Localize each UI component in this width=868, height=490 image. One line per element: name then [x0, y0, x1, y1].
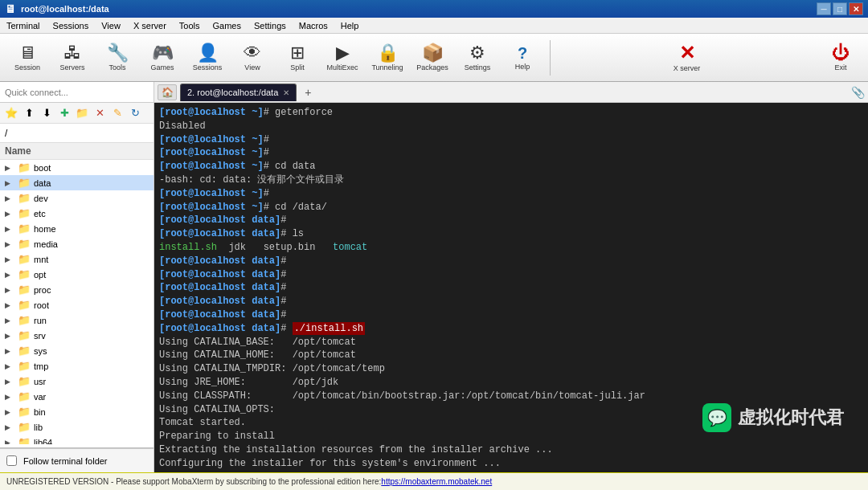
tree-item-sys[interactable]: ▶ 📁 sys	[0, 343, 154, 358]
term-line: [root@localhost ~]# cd /data/	[159, 201, 863, 214]
tree-item-label: root	[34, 300, 49, 310]
tool-tools[interactable]: 🔧 Tools	[96, 37, 138, 79]
maximize-button[interactable]: □	[833, 2, 847, 15]
minimize-button[interactable]: ─	[817, 2, 831, 15]
tree-item-mnt[interactable]: ▶ 📁 mnt	[0, 251, 154, 267]
tree-item-home[interactable]: ▶ 📁 home	[0, 221, 154, 236]
quick-connect-input[interactable]	[5, 88, 149, 97]
settings-icon: ⚙	[469, 44, 485, 62]
folder-icon: 📁	[18, 421, 31, 433]
sidebar: ⭐ ⬆ ⬇ ✚ 📁 ✕ ✎ ↻ Name ▶ 📁 boot ▶ 📁 data	[0, 82, 154, 472]
sidebar-delete-btn[interactable]: ✕	[92, 105, 108, 121]
term-line: Using CATALINA_BASE: /opt/tomcat	[159, 336, 863, 349]
terminal-content[interactable]: [root@localhost ~]# getenforce Disabled …	[154, 103, 868, 472]
tool-servers-label: Servers	[59, 63, 84, 71]
term-line-highlight: [root@localhost data]# ./install.sh	[159, 322, 863, 336]
tool-sessions[interactable]: 👤 Sessions	[186, 37, 228, 79]
menu-tools[interactable]: Tools	[173, 18, 207, 33]
status-link[interactable]: https://mobaxterm.mobatek.net	[381, 477, 492, 486]
expand-icon: ▶	[5, 347, 14, 355]
file-tree-column-name: Name	[5, 145, 31, 157]
tree-item-opt[interactable]: ▶ 📁 opt	[0, 267, 154, 282]
sidebar-search-bar[interactable]	[0, 124, 154, 143]
tree-item-etc[interactable]: ▶ 📁 etc	[0, 206, 154, 221]
menu-macros[interactable]: Macros	[293, 18, 334, 33]
file-tree-header: Name	[0, 143, 154, 160]
menu-games[interactable]: Games	[207, 18, 248, 33]
tool-xserver-label: X server	[674, 64, 701, 72]
folder-icon: 📁	[18, 360, 31, 372]
tab-home-btn[interactable]: 🏠	[158, 84, 177, 100]
title-bar-controls: ─ □ ✕	[817, 2, 863, 15]
menu-xserver[interactable]: X server	[127, 18, 173, 33]
tool-settings[interactable]: ⚙ Settings	[457, 37, 498, 79]
toolbar: 🖥 Session 🖧 Servers 🔧 Tools 🎮 Games 👤 Se…	[0, 34, 868, 82]
menu-view[interactable]: View	[95, 18, 127, 33]
tree-item-bin[interactable]: ▶ 📁 bin	[0, 404, 154, 419]
sidebar-download-btn[interactable]: ⬇	[39, 105, 55, 121]
tool-session[interactable]: 🖥 Session	[6, 37, 48, 79]
term-line: [root@localhost data]#	[159, 308, 863, 322]
tool-tunneling[interactable]: 🔒 Tunneling	[366, 37, 408, 79]
tool-games[interactable]: 🎮 Games	[141, 37, 183, 79]
tree-item-var[interactable]: ▶ 📁 var	[0, 389, 154, 404]
tree-item-label: lib	[34, 423, 43, 432]
tree-item-media[interactable]: ▶ 📁 media	[0, 236, 154, 251]
menu-terminal[interactable]: Terminal	[0, 18, 47, 33]
tool-multiexec-label: MultiExec	[326, 63, 358, 71]
sidebar-home-btn[interactable]: ⭐	[3, 105, 19, 121]
tool-settings-label: Settings	[465, 63, 491, 71]
tree-item-label: run	[34, 316, 47, 325]
status-text: UNREGISTERED VERSION - Please support Mo…	[6, 477, 381, 486]
follow-terminal-checkbox[interactable]	[6, 455, 17, 466]
sidebar-rename-btn[interactable]: ✎	[109, 105, 125, 121]
expand-icon: ▶	[5, 164, 14, 172]
term-line: [root@localhost ~]#	[159, 133, 863, 147]
tool-multiexec[interactable]: ▶ MultiExec	[321, 37, 363, 79]
tool-help-label: Help	[515, 63, 530, 71]
tool-sessions-label: Sessions	[193, 63, 223, 71]
expand-icon: ▶	[5, 210, 14, 218]
tree-item-lib[interactable]: ▶ 📁 lib	[0, 419, 154, 435]
tool-help[interactable]: ? Help	[502, 37, 543, 79]
tree-item-proc[interactable]: ▶ 📁 proc	[0, 282, 154, 297]
sidebar-newfolder-btn[interactable]: 📁	[74, 105, 90, 121]
tree-item-usr[interactable]: ▶ 📁 usr	[0, 374, 154, 389]
tree-item-lib64[interactable]: ▶ 📁 lib64	[0, 435, 154, 444]
tool-packages[interactable]: 📦 Packages	[411, 37, 453, 79]
quick-connect-bar[interactable]	[0, 82, 154, 103]
tool-tools-label: Tools	[108, 63, 125, 71]
tree-item-tmp[interactable]: ▶ 📁 tmp	[0, 358, 154, 374]
new-tab-btn[interactable]: +	[300, 84, 316, 100]
tool-exit[interactable]: ⏻ Exit	[820, 37, 862, 79]
menu-sessions[interactable]: Sessions	[47, 18, 96, 33]
tool-servers[interactable]: 🖧 Servers	[51, 37, 93, 79]
menu-help[interactable]: Help	[334, 18, 366, 33]
tree-item-label: home	[34, 224, 56, 234]
tree-item-data[interactable]: ▶ 📁 data	[0, 175, 154, 190]
term-line: Using CLASSPATH: /opt/tomcat/bin/bootstr…	[159, 390, 863, 403]
folder-icon: 📁	[18, 268, 31, 280]
tool-view[interactable]: 👁 View	[231, 37, 273, 79]
tree-item-run[interactable]: ▶ 📁 run	[0, 312, 154, 328]
tab-close-btn[interactable]: ✕	[283, 88, 289, 97]
attach-icon[interactable]: 📎	[851, 86, 865, 99]
games-icon: 🎮	[152, 44, 174, 62]
terminal-tab[interactable]: 2. root@localhost:/data ✕	[180, 84, 297, 101]
sidebar-new-btn[interactable]: ✚	[56, 105, 72, 121]
tree-item-dev[interactable]: ▶ 📁 dev	[0, 190, 154, 206]
sidebar-path-input[interactable]	[5, 128, 149, 139]
expand-icon: ▶	[5, 286, 14, 294]
tree-item-boot[interactable]: ▶ 📁 boot	[0, 160, 154, 175]
sidebar-upload-btn[interactable]: ⬆	[21, 105, 37, 121]
tool-xserver[interactable]: ✕ X server	[666, 37, 708, 79]
tree-item-label: tmp	[34, 361, 48, 371]
sidebar-refresh-btn[interactable]: ↻	[127, 105, 143, 121]
close-button[interactable]: ✕	[849, 2, 863, 15]
folder-icon: 📁	[18, 314, 31, 326]
tool-split[interactable]: ⊞ Split	[276, 37, 318, 79]
tree-item-srv[interactable]: ▶ 📁 srv	[0, 328, 154, 343]
menu-settings[interactable]: Settings	[248, 18, 293, 33]
expand-icon: ▶	[5, 271, 14, 279]
tree-item-root[interactable]: ▶ 📁 root	[0, 297, 154, 312]
